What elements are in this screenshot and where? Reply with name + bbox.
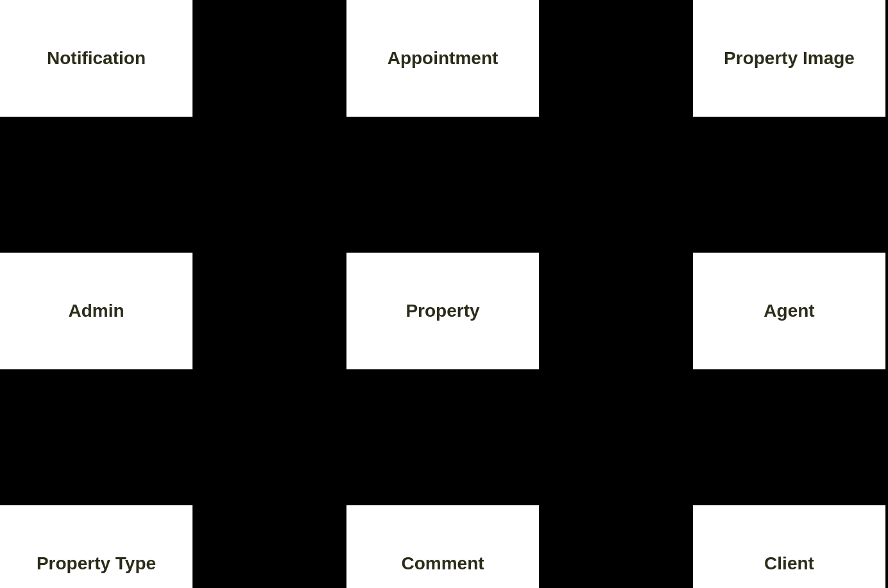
main-grid: Notification Appointment Property Image …: [0, 0, 888, 588]
gap-r5c2: [192, 505, 346, 588]
gap-r3c4: [539, 253, 693, 369]
gap-r2c4: [539, 117, 693, 253]
gap-r5c4: [539, 505, 693, 588]
gap-r5c6: [885, 505, 888, 588]
gap-r2c5: [693, 117, 885, 253]
property-image-tile[interactable]: Property Image: [693, 0, 885, 117]
agent-tile[interactable]: Agent: [693, 253, 885, 369]
gap-r3c6: [885, 253, 888, 369]
notification-tile[interactable]: Notification: [0, 0, 192, 117]
client-tile[interactable]: Client: [693, 505, 885, 588]
notification-label: Notification: [47, 48, 146, 69]
appointment-label: Appointment: [388, 48, 499, 69]
gap-r2c6: [885, 117, 888, 253]
gap-r4c3: [346, 369, 539, 505]
gap-r4c1: [0, 369, 192, 505]
property-type-label: Property Type: [37, 553, 156, 574]
gap-r2c1: [0, 117, 192, 253]
gap-r4c2: [192, 369, 346, 505]
admin-label: Admin: [68, 301, 124, 321]
admin-tile[interactable]: Admin: [0, 253, 192, 369]
gap-r4c6: [885, 369, 888, 505]
gap-r1c4: [539, 0, 693, 117]
property-image-label: Property Image: [724, 48, 855, 69]
appointment-tile[interactable]: Appointment: [346, 0, 539, 117]
gap-r2c2: [192, 117, 346, 253]
property-tile[interactable]: Property: [346, 253, 539, 369]
comment-tile[interactable]: Comment: [346, 505, 539, 588]
gap-r1c2: [192, 0, 346, 117]
gap-r3c2: [192, 253, 346, 369]
property-label: Property: [406, 301, 479, 321]
gap-r2c3: [346, 117, 539, 253]
gap-r4c4: [539, 369, 693, 505]
agent-label: Agent: [764, 301, 814, 321]
comment-label: Comment: [401, 553, 484, 574]
gap-r1c6: [885, 0, 888, 117]
client-label: Client: [764, 553, 814, 574]
property-type-tile[interactable]: Property Type: [0, 505, 192, 588]
gap-r4c5: [693, 369, 885, 505]
